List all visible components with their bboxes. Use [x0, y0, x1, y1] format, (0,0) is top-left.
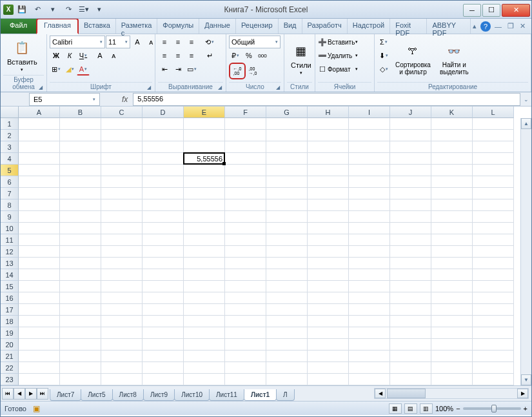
clear-button[interactable]: ◇ [377, 63, 390, 76]
cell[interactable] [473, 165, 514, 176]
cell[interactable] [431, 118, 473, 130]
cell[interactable] [101, 269, 143, 281]
vertical-scrollbar[interactable]: ▲ ▼ [520, 118, 531, 385]
zoom-slider[interactable] [463, 407, 521, 410]
cell[interactable] [266, 199, 308, 211]
cell[interactable] [143, 269, 184, 281]
cell[interactable] [143, 223, 184, 234]
row-header[interactable]: 1 [1, 118, 19, 130]
font-grow2-button[interactable]: A [94, 49, 106, 62]
cell[interactable] [349, 269, 390, 281]
row-header[interactable]: 8 [1, 199, 19, 211]
cell[interactable] [390, 118, 431, 130]
decrease-indent-button[interactable]: ⇤ [158, 63, 171, 76]
cell[interactable] [19, 199, 60, 211]
cell[interactable] [431, 188, 473, 199]
border-button[interactable]: ⊞ [50, 63, 63, 76]
cell[interactable] [431, 153, 473, 165]
cell[interactable] [266, 246, 308, 258]
row-header[interactable]: 15 [1, 281, 19, 292]
cell[interactable] [390, 188, 431, 199]
cell[interactable] [60, 211, 101, 223]
save-button[interactable]: 💾 [15, 3, 29, 17]
cell[interactable] [431, 141, 473, 153]
redo-button[interactable]: ↷ [61, 3, 75, 17]
cell[interactable] [473, 176, 514, 188]
cell[interactable] [184, 223, 225, 234]
column-header[interactable]: G [266, 107, 308, 118]
zoom-thumb[interactable] [491, 405, 497, 412]
cell[interactable] [266, 153, 308, 165]
comma-style-button[interactable]: 000 [256, 49, 269, 62]
cell[interactable] [60, 223, 101, 234]
cell[interactable] [225, 118, 266, 130]
column-header[interactable]: H [308, 107, 349, 118]
percent-button[interactable]: % [242, 49, 255, 62]
row-header[interactable]: 22 [1, 362, 19, 374]
column-header[interactable]: E [184, 107, 225, 118]
cell[interactable] [308, 304, 349, 316]
cell[interactable] [60, 153, 101, 165]
cell[interactable] [19, 153, 60, 165]
cell[interactable] [143, 258, 184, 269]
cell[interactable] [308, 141, 349, 153]
sheet-next-button[interactable]: ▶ [25, 388, 37, 400]
sheet-tab[interactable]: Лист10 [174, 389, 210, 401]
cell[interactable] [19, 188, 60, 199]
row-header[interactable]: 20 [1, 339, 19, 351]
cell[interactable] [184, 199, 225, 211]
cell[interactable] [349, 281, 390, 292]
sheet-tab[interactable]: Лист8 [112, 389, 144, 401]
grow-font-button[interactable]: A [131, 36, 144, 48]
sheet-tab[interactable]: Л [276, 389, 295, 401]
cell[interactable] [349, 304, 390, 316]
row-header[interactable]: 11 [1, 234, 19, 246]
cell[interactable] [308, 153, 349, 165]
formula-input[interactable]: 5,55556 [133, 93, 520, 106]
cell[interactable] [431, 176, 473, 188]
cell[interactable] [431, 211, 473, 223]
cell[interactable] [473, 304, 514, 316]
cell[interactable] [101, 188, 143, 199]
cell[interactable] [60, 362, 101, 374]
cell[interactable] [225, 188, 266, 199]
cell[interactable] [184, 176, 225, 188]
cell[interactable] [390, 269, 431, 281]
cell[interactable] [184, 269, 225, 281]
cell[interactable] [473, 281, 514, 292]
cell[interactable] [349, 176, 390, 188]
normal-view-button[interactable]: ▦ [389, 403, 402, 414]
qat-more-button[interactable]: ▾ [92, 3, 106, 17]
cell[interactable] [143, 141, 184, 153]
ribbon-tab-4[interactable]: Данные [199, 19, 236, 34]
cell[interactable] [225, 165, 266, 176]
cell[interactable] [143, 374, 184, 385]
scroll-up-button[interactable]: ▲ [521, 118, 531, 129]
cell[interactable] [143, 362, 184, 374]
cell[interactable] [431, 351, 473, 362]
cell[interactable] [184, 118, 225, 130]
cell[interactable] [473, 339, 514, 351]
increase-indent-button[interactable]: ⇥ [172, 63, 184, 76]
cell[interactable] [431, 327, 473, 339]
cell[interactable] [184, 362, 225, 374]
cell[interactable] [60, 292, 101, 304]
file-tab[interactable]: Файл [1, 19, 37, 34]
cell[interactable] [19, 141, 60, 153]
cell[interactable] [101, 316, 143, 327]
insert-cells-button[interactable]: Вставить [328, 39, 355, 46]
cell[interactable] [225, 258, 266, 269]
sheet-tab[interactable]: Лист11 [209, 389, 244, 401]
ribbon-tab-10[interactable]: ABBYY PDF [427, 19, 471, 34]
cell[interactable] [308, 176, 349, 188]
cell[interactable] [60, 141, 101, 153]
cell[interactable] [60, 199, 101, 211]
orientation-button[interactable]: ⟲ [203, 36, 216, 48]
cell[interactable] [473, 234, 514, 246]
cell[interactable] [390, 130, 431, 141]
italic-button[interactable]: К [63, 49, 76, 62]
cell[interactable] [473, 292, 514, 304]
doc-close-button[interactable]: ✕ [518, 21, 527, 31]
cell[interactable] [266, 281, 308, 292]
cell[interactable] [349, 118, 390, 130]
